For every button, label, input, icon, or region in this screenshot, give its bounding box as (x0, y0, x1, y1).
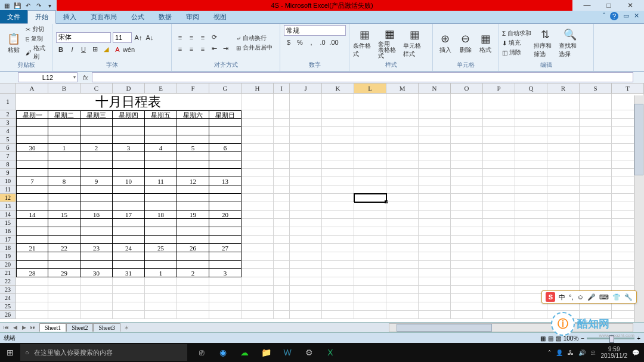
clear-button[interactable]: ◫清除 (502, 48, 531, 57)
cell-P20[interactable] (483, 261, 515, 269)
cell-H4[interactable] (242, 127, 274, 135)
cell-C13[interactable] (80, 202, 113, 211)
row-header-12[interactable]: 12 (0, 194, 16, 202)
cell[interactable] (274, 94, 290, 110)
cell-N5[interactable] (419, 135, 451, 144)
cell-J16[interactable] (290, 227, 322, 236)
cell-Q21[interactable] (515, 269, 547, 277)
cell-H19[interactable] (242, 252, 274, 261)
cell-S11[interactable] (580, 185, 612, 194)
cell-P25[interactable] (483, 302, 515, 311)
font-size-select[interactable] (113, 32, 132, 43)
cell-E13[interactable] (145, 202, 177, 211)
hscroll-thumb[interactable] (397, 324, 492, 332)
cell-H17[interactable] (242, 236, 274, 244)
cell-N12[interactable] (419, 194, 451, 202)
cell-H9[interactable] (242, 169, 274, 177)
cell-D10[interactable]: 10 (113, 177, 145, 185)
cell-K18[interactable] (322, 244, 354, 252)
cell-M12[interactable] (386, 194, 419, 202)
tray-volume-icon[interactable]: 🔊 (578, 349, 586, 356)
cell-F20[interactable] (177, 261, 209, 269)
cell-K9[interactable] (322, 169, 354, 177)
cell-D18[interactable]: 24 (113, 244, 145, 252)
cell-G2[interactable]: 星期日 (209, 110, 242, 119)
cell[interactable] (419, 94, 451, 110)
qat-dropdown-icon[interactable]: ▾ (45, 1, 54, 10)
cell-O15[interactable] (451, 219, 483, 227)
cell-K4[interactable] (322, 127, 354, 135)
cell-S12[interactable] (580, 194, 612, 202)
cell-P2[interactable] (483, 110, 515, 119)
row-header-21[interactable]: 21 (0, 269, 16, 277)
cell-K23[interactable] (322, 286, 354, 294)
cell-M5[interactable] (386, 135, 419, 144)
cell-C21[interactable]: 30 (80, 269, 113, 277)
cell-C3[interactable] (80, 119, 113, 127)
cell-K20[interactable] (322, 261, 354, 269)
row-header-22[interactable]: 22 (0, 277, 16, 286)
cell-R18[interactable] (547, 244, 580, 252)
col-header-S[interactable]: S (580, 83, 612, 93)
cell-O3[interactable] (451, 119, 483, 127)
cell[interactable] (322, 94, 354, 110)
cell-L13[interactable] (354, 202, 386, 211)
cell-N22[interactable] (419, 277, 451, 286)
cell-P3[interactable] (483, 119, 515, 127)
cell-D16[interactable] (113, 227, 145, 236)
cell-L12[interactable] (354, 194, 386, 202)
cell-F14[interactable]: 19 (177, 211, 209, 219)
cell-H22[interactable] (242, 277, 274, 286)
cell-J7[interactable] (290, 152, 322, 160)
cell-I16[interactable] (274, 227, 290, 236)
cell-P21[interactable] (483, 269, 515, 277)
fill-color-button[interactable]: ◢ (101, 45, 111, 54)
cell-R15[interactable] (547, 219, 580, 227)
cell-J17[interactable] (290, 236, 322, 244)
cell-B15[interactable] (48, 219, 80, 227)
cell-B11[interactable] (48, 185, 80, 194)
cell-B19[interactable] (48, 252, 80, 261)
row-header-19[interactable]: 19 (0, 252, 16, 261)
cell-F12[interactable] (177, 194, 209, 202)
cell-J10[interactable] (290, 177, 322, 185)
undo-icon[interactable]: ↶ (24, 1, 32, 10)
spreadsheet-grid[interactable]: ABCDEFGHIJKLMNOPQRST 1十月日程表2星期一星期二星期三星期四… (0, 83, 644, 322)
cell-Q18[interactable] (515, 244, 547, 252)
cell-M22[interactable] (386, 277, 419, 286)
cell-C11[interactable] (80, 185, 113, 194)
cell-D15[interactable] (113, 219, 145, 227)
cell-I21[interactable] (274, 269, 290, 277)
cell-P26[interactable] (483, 311, 515, 319)
cell-J13[interactable] (290, 202, 322, 211)
cut-button[interactable]: ✂剪切 (26, 25, 48, 33)
maximize-button[interactable]: □ (606, 1, 611, 10)
taskbar-clock[interactable]: 9:59 2019/11/2 (601, 346, 628, 359)
cell-A2[interactable]: 星期一 (16, 110, 48, 119)
cell-E6[interactable]: 4 (145, 144, 177, 152)
cell-F11[interactable] (177, 185, 209, 194)
cell-G3[interactable] (209, 119, 242, 127)
cell-C9[interactable] (80, 169, 113, 177)
cell-Q26[interactable] (515, 311, 547, 319)
cell-C12[interactable] (80, 194, 113, 202)
cell-L10[interactable] (354, 177, 386, 185)
cell-F2[interactable]: 星期六 (177, 110, 209, 119)
cell-H23[interactable] (242, 286, 274, 294)
font-name-select[interactable] (56, 32, 111, 43)
cell-L14[interactable] (354, 211, 386, 219)
row-header-5[interactable]: 5 (0, 135, 16, 144)
tray-people-icon[interactable]: 👤 (556, 349, 563, 356)
app-settings-icon[interactable]: ⚙ (301, 344, 317, 361)
cell-M18[interactable] (386, 244, 419, 252)
cell-L9[interactable] (354, 169, 386, 177)
cell-P4[interactable] (483, 127, 515, 135)
cell-B5[interactable] (48, 135, 80, 144)
cell-J2[interactable] (290, 110, 322, 119)
cell-M14[interactable] (386, 211, 419, 219)
row-header-24[interactable]: 24 (0, 294, 16, 302)
cell-K21[interactable] (322, 269, 354, 277)
cell-R5[interactable] (547, 135, 580, 144)
cell-P22[interactable] (483, 277, 515, 286)
cell-B12[interactable] (48, 194, 80, 202)
